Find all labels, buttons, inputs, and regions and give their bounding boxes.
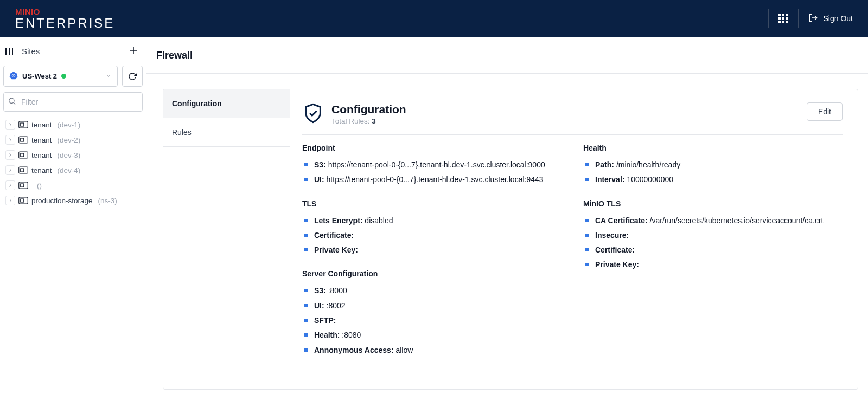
tenant-icon: [18, 165, 28, 175]
tenant-icon: [18, 120, 28, 130]
chevron-right-icon[interactable]: [5, 120, 15, 130]
svg-rect-5: [786, 17, 788, 20]
tree-row[interactable]: tenant (dev-4): [3, 163, 143, 178]
list-item-label: Private Key:: [595, 260, 639, 269]
list-item-label: Certificate:: [314, 231, 354, 240]
list-item-label: Lets Encrypt:: [314, 216, 362, 225]
filter-wrapper: [3, 92, 143, 112]
list-item-value: :8080: [340, 331, 361, 339]
refresh-button[interactable]: [122, 66, 143, 87]
list-item: Certificate:: [304, 228, 561, 243]
list-item-value: /var/run/secrets/kubernetes.io/serviceac…: [648, 216, 824, 225]
miniotls-list: CA Certificate: /var/run/secrets/kuberne…: [585, 214, 843, 273]
tls-heading: TLS: [302, 199, 561, 208]
list-item: UI: https://tenant-pool-0-{0...7}.tenant…: [304, 172, 561, 187]
divider: [798, 9, 799, 28]
svg-rect-3: [778, 17, 781, 20]
region-selector[interactable]: US-West 2: [3, 66, 118, 87]
list-item-label: Interval:: [595, 175, 624, 184]
svg-rect-6: [778, 21, 781, 23]
tree-row[interactable]: production-storage (ns-3): [3, 193, 143, 208]
svg-rect-21: [21, 123, 24, 126]
tree-row[interactable]: tenant (dev-3): [3, 147, 143, 163]
page-heading-wrap: Firewall: [146, 37, 868, 74]
list-item-value: allow: [394, 346, 413, 354]
svg-rect-1: [782, 14, 784, 16]
subnav-item[interactable]: Rules: [163, 118, 290, 147]
sign-out-icon: [808, 13, 818, 24]
server-config-list: S3: :8000UI: :8002SFTP:Health: :8080Anno…: [304, 283, 561, 357]
region-name: US-West 2: [22, 72, 57, 80]
list-item-value: :8000: [326, 286, 347, 295]
tree-sublabel: (dev-3): [58, 151, 81, 159]
shield-icon: [302, 102, 324, 126]
tenant-icon: [18, 196, 28, 205]
svg-rect-7: [782, 21, 784, 23]
list-item: S3: :8000: [304, 283, 561, 298]
filter-input[interactable]: [3, 92, 143, 112]
svg-rect-0: [778, 14, 781, 16]
miniotls-heading: MinIO TLS: [583, 199, 843, 208]
tree-sublabel: (ns-3): [98, 197, 117, 205]
list-item-label: Path:: [595, 160, 614, 169]
tenant-icon: [18, 180, 28, 190]
list-item: Annonymous Access: allow: [304, 343, 561, 358]
health-list: Path: /minio/health/readyInterval: 10000…: [585, 158, 843, 187]
config-panel: Configuration Total Rules: 3 Edit: [290, 89, 858, 389]
menu-icon[interactable]: [4, 47, 14, 56]
add-site-button[interactable]: [127, 44, 139, 58]
tree-row[interactable]: tenant (dev-2): [3, 132, 143, 147]
chevron-right-icon[interactable]: [5, 165, 15, 175]
panel-title: Configuration: [331, 103, 406, 116]
header-actions: Sign Out: [758, 9, 853, 28]
chevron-right-icon[interactable]: [5, 135, 15, 145]
edit-button[interactable]: Edit: [807, 102, 843, 121]
svg-rect-29: [21, 184, 24, 187]
list-item: SFTP:: [304, 313, 561, 328]
tree-sublabel: (): [37, 182, 42, 190]
list-item-label: Insecure:: [595, 231, 629, 240]
logo: MINIO ENTERPRISE: [15, 8, 114, 30]
logo-top: MINIO: [15, 8, 114, 16]
chevron-right-icon[interactable]: [5, 150, 15, 160]
tree-row[interactable]: (): [3, 178, 143, 193]
tenant-icon: [18, 135, 28, 145]
list-item-label: S3:: [314, 286, 326, 295]
sign-out-label: Sign Out: [824, 14, 853, 23]
chevron-right-icon[interactable]: [5, 196, 15, 205]
sign-out-button[interactable]: Sign Out: [808, 13, 853, 24]
tree-row[interactable]: tenant (dev-1): [3, 117, 143, 132]
sidebar-header: Sites: [0, 37, 146, 66]
tree-sublabel: (dev-1): [58, 121, 81, 129]
sidebar-title: Sites: [22, 47, 40, 56]
tree-label: tenant: [31, 166, 52, 174]
endpoint-heading: Endpoint: [302, 144, 561, 152]
total-rules-label: Total Rules:: [331, 117, 370, 125]
list-item: Insecure:: [585, 228, 843, 243]
list-item-label: UI:: [314, 175, 324, 184]
svg-rect-8: [786, 21, 788, 23]
tree-sublabel: (dev-2): [58, 136, 81, 144]
list-item-value: disabled: [362, 216, 393, 225]
column-left: Endpoint S3: https://tenant-pool-0-{0...…: [302, 144, 561, 370]
list-item: UI: :8002: [304, 299, 561, 313]
list-item-value: https://tenant-pool-0-{0...7}.tenant-hl.…: [326, 160, 545, 169]
chevron-right-icon[interactable]: [5, 180, 15, 190]
panel-subtitle: Total Rules: 3: [331, 117, 406, 125]
list-item: Certificate:: [585, 243, 843, 257]
status-dot: [61, 74, 66, 79]
k8s-icon: [9, 71, 18, 81]
apps-icon[interactable]: [778, 14, 788, 23]
svg-rect-31: [21, 199, 24, 202]
list-item-label: Health:: [314, 331, 340, 339]
tls-list: Lets Encrypt: disabledCertificate:Privat…: [304, 214, 561, 258]
list-item-value: :8002: [324, 301, 346, 310]
endpoint-list: S3: https://tenant-pool-0-{0...7}.tenant…: [304, 158, 561, 187]
list-item-label: S3:: [314, 160, 326, 169]
list-item-value: https://tenant-pool-0-{0...7}.tenant-hl.…: [324, 175, 544, 184]
logo-bottom: ENTERPRISE: [15, 17, 114, 30]
tree-label: production-storage: [31, 197, 93, 205]
column-right: Health Path: /minio/health/readyInterval…: [583, 144, 843, 370]
subnav: ConfigurationRules: [163, 89, 290, 389]
subnav-item[interactable]: Configuration: [163, 89, 290, 118]
